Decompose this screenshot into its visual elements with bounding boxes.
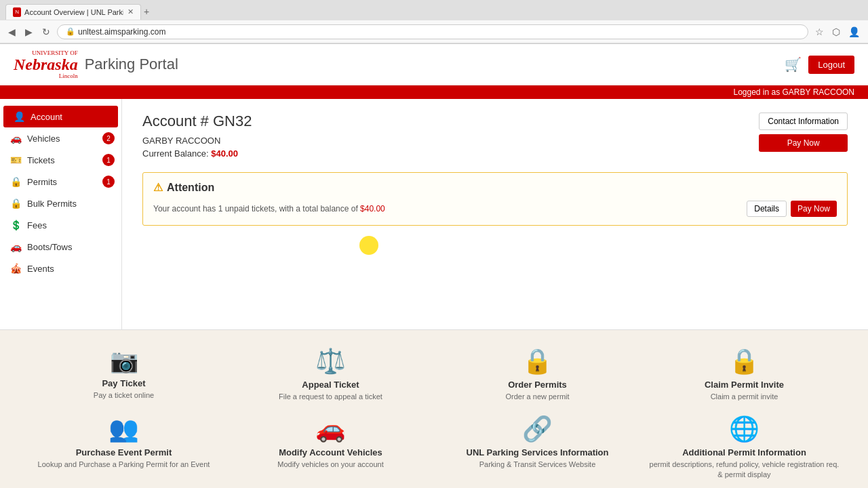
forward-btn[interactable]: ▶ xyxy=(22,25,35,39)
cart-icon[interactable]: 🛒 xyxy=(785,56,802,73)
details-button[interactable]: Details xyxy=(747,201,787,217)
attention-content: Your account has 1 unpaid tickets, with … xyxy=(153,201,837,217)
account-info: Account # GN32 GARBY RACCOON Current Bal… xyxy=(142,113,252,159)
modify-vehicles-title: Modify Account Vehicles xyxy=(279,447,382,458)
permits-badge: 1 xyxy=(102,176,115,188)
tab-close-btn[interactable]: ✕ xyxy=(127,7,134,16)
permit-info-title: Additional Permit Information xyxy=(682,447,806,458)
unl-logo: UNIVERSITY OF Nebraska Lincoln xyxy=(14,49,78,79)
profile-btn[interactable]: 👤 xyxy=(846,25,863,39)
appeal-ticket-icon: ⚖️ xyxy=(315,347,346,375)
purchase-event-title: Purchase Event Permit xyxy=(76,447,172,458)
permits-icon: 🔒 xyxy=(10,176,22,187)
permit-info-icon: 🌐 xyxy=(729,415,760,443)
sidebar-label-vehicles: Vehicles xyxy=(27,134,60,144)
footer-item-claim-permit[interactable]: 🔒 Claim Permit Invite Claim a permit inv… xyxy=(648,347,841,401)
boots-tows-icon: 🚗 xyxy=(10,241,22,252)
content-area: Account # GN32 GARBY RACCOON Current Bal… xyxy=(122,99,868,329)
bookmark-btn[interactable]: ☆ xyxy=(812,25,827,39)
vehicles-badge: 2 xyxy=(102,132,115,144)
footer-row2: 👥 Purchase Event Permit Lookup and Purch… xyxy=(27,415,841,479)
sidebar-item-fees[interactable]: 💲 Fees xyxy=(0,214,121,236)
permit-info-desc: permit descriptions, refund policy, vehi… xyxy=(648,460,841,479)
lock-icon: 🔒 xyxy=(66,27,75,36)
account-actions: Contact Information Pay Now xyxy=(759,113,848,152)
logged-in-text: Logged in as GARBY RACCOON xyxy=(733,87,854,97)
sidebar-item-events[interactable]: 🎪 Events xyxy=(0,258,121,279)
lincoln-text: Lincoln xyxy=(59,73,78,79)
attention-balance: $40.00 xyxy=(360,204,385,214)
sidebar-label-boots-tows: Boots/Tows xyxy=(27,242,72,252)
footer-item-appeal-ticket[interactable]: ⚖️ Appeal Ticket File a request to appea… xyxy=(234,347,427,401)
pay-ticket-desc: Pay a ticket online xyxy=(94,390,154,400)
sidebar-item-tickets[interactable]: 🎫 Tickets 1 xyxy=(0,149,121,171)
purchase-event-icon: 👥 xyxy=(108,415,139,443)
attention-box: ⚠ Attention Your account has 1 unpaid ti… xyxy=(142,172,848,226)
events-icon: 🎪 xyxy=(10,263,22,274)
footer-item-parking-services[interactable]: 🔗 UNL Parking Services Information Parki… xyxy=(441,415,634,479)
site-header: UNIVERSITY OF Nebraska Lincoln Parking P… xyxy=(0,44,868,85)
sidebar-item-vehicles[interactable]: 🚗 Vehicles 2 xyxy=(0,127,121,149)
sidebar-label-fees: Fees xyxy=(27,220,47,230)
footer-item-purchase-event[interactable]: 👥 Purchase Event Permit Lookup and Purch… xyxy=(27,415,220,479)
tab-favicon: N xyxy=(13,7,21,17)
extension-btn[interactable]: ⬡ xyxy=(829,25,843,39)
claim-permit-title: Claim Permit Invite xyxy=(705,380,784,390)
back-btn[interactable]: ◀ xyxy=(5,25,18,39)
modify-vehicles-desc: Modify vehicles on your account xyxy=(277,460,384,469)
attention-text: Your account has 1 unpaid tickets, with … xyxy=(153,204,385,214)
fees-icon: 💲 xyxy=(10,220,22,230)
footer-item-permit-info[interactable]: 🌐 Additional Permit Information permit d… xyxy=(648,415,841,479)
footer-actions: 📷 Pay Ticket Pay a ticket online ⚖️ Appe… xyxy=(0,329,868,488)
order-permits-title: Order Permits xyxy=(508,380,567,390)
order-permits-icon: 🔒 xyxy=(522,347,553,375)
account-header: Account # GN32 GARBY RACCOON Current Bal… xyxy=(142,113,848,159)
sidebar-label-tickets: Tickets xyxy=(27,155,55,165)
attention-title: ⚠ Attention xyxy=(153,181,837,194)
sidebar-label-events: Events xyxy=(27,264,54,274)
balance-label: Current Balance: xyxy=(142,148,209,159)
nebraska-text: Nebraska xyxy=(14,56,78,73)
active-tab[interactable]: N Account Overview | UNL Parking... ✕ xyxy=(5,4,141,20)
parking-services-desc: Parking & Transit Services Website xyxy=(479,460,596,469)
sidebar-item-permits[interactable]: 🔒 Permits 1 xyxy=(0,171,121,192)
claim-permit-desc: Claim a permit invite xyxy=(711,392,778,401)
account-title: Account # GN32 xyxy=(142,113,252,130)
vehicles-icon: 🚗 xyxy=(10,133,22,144)
tickets-badge: 1 xyxy=(102,154,115,166)
logout-button[interactable]: Logout xyxy=(808,56,854,74)
appeal-ticket-title: Appeal Ticket xyxy=(302,380,359,390)
sidebar-label-account: Account xyxy=(31,112,62,122)
appeal-ticket-desc: File a request to appeal a ticket xyxy=(279,392,382,401)
attention-buttons: Details Pay Now xyxy=(747,201,837,217)
pay-ticket-title: Pay Ticket xyxy=(102,378,145,388)
main-container: 👤 Account 🚗 Vehicles 2 🎫 Tickets 1 🔒 Per… xyxy=(0,99,868,329)
url-text: unltest.aimsparking.com xyxy=(78,27,165,37)
sidebar-label-permits: Permits xyxy=(27,177,57,187)
header-right: 🛒 Logout xyxy=(785,56,854,74)
balance-amount: $40.00 xyxy=(211,148,238,159)
contact-info-button[interactable]: Contact Information xyxy=(759,113,848,130)
sidebar-item-bulk-permits[interactable]: 🔒 Bulk Permits xyxy=(0,192,121,214)
sidebar: 👤 Account 🚗 Vehicles 2 🎫 Tickets 1 🔒 Per… xyxy=(0,99,122,329)
footer-item-pay-ticket[interactable]: 📷 Pay Ticket Pay a ticket online xyxy=(27,347,220,401)
warning-icon: ⚠ xyxy=(153,181,163,194)
account-icon: 👤 xyxy=(14,111,25,122)
pay-now-button[interactable]: Pay Now xyxy=(759,134,848,152)
bulk-permits-icon: 🔒 xyxy=(10,198,22,209)
modify-vehicles-icon: 🚗 xyxy=(315,415,346,443)
tickets-icon: 🎫 xyxy=(10,155,22,165)
attention-message: Your account has 1 unpaid tickets, with … xyxy=(153,204,360,214)
account-balance: Current Balance: $40.00 xyxy=(142,148,252,159)
footer-item-modify-vehicles[interactable]: 🚗 Modify Account Vehicles Modify vehicle… xyxy=(234,415,427,479)
footer-row1: 📷 Pay Ticket Pay a ticket online ⚖️ Appe… xyxy=(27,347,841,401)
account-name: GARBY RACCOON xyxy=(142,136,252,146)
footer-item-order-permits[interactable]: 🔒 Order Permits Order a new permit xyxy=(441,347,634,401)
pay-ticket-icon: 📷 xyxy=(110,347,138,374)
sidebar-item-account[interactable]: 👤 Account xyxy=(3,106,118,127)
portal-title: Parking Portal xyxy=(85,56,178,73)
attention-pay-now-button[interactable]: Pay Now xyxy=(791,201,837,217)
reload-btn[interactable]: ↻ xyxy=(39,25,53,39)
new-tab-btn[interactable]: + xyxy=(144,6,149,17)
sidebar-item-boots-tows[interactable]: 🚗 Boots/Tows xyxy=(0,236,121,258)
